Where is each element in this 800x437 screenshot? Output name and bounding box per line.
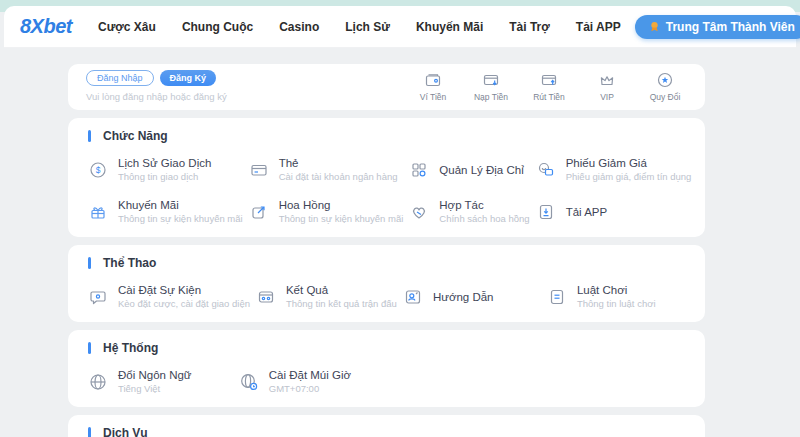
nav-item-casino[interactable]: Casino <box>279 20 319 34</box>
menu-item-subtitle: Thông tin luật chơi <box>577 298 656 309</box>
event-settings-icon <box>88 287 108 307</box>
quick-action-label: Quy Đổi <box>650 92 681 102</box>
quick-action-label: Ví Tiền <box>420 92 446 102</box>
menu-item-download-app[interactable]: Tải APP <box>536 198 692 225</box>
menu-item-subtitle: Kèo đặt cược, cài đặt giao diện <box>118 298 250 309</box>
menu-item-language[interactable]: Đổi Ngôn NgữTiếng Việt <box>88 368 233 395</box>
menu-item-subtitle: Phiếu giảm giá, điểm tín dụng <box>566 171 692 182</box>
transaction-history-icon: $ <box>88 160 108 180</box>
address-book-icon <box>409 160 429 180</box>
menu-item-subtitle: Chính sách hoa hồng <box>439 213 529 224</box>
menu-item-bank-card[interactable]: ThẻCài đặt tài khoản ngân hàng <box>249 156 404 183</box>
bank-card-icon <box>249 160 269 180</box>
nav-item-tai-tro[interactable]: Tài Trợ <box>509 20 550 34</box>
section-he-thong: Hệ Thống Đổi Ngôn NgữTiếng Việt Cài Đặt … <box>68 330 705 407</box>
section-grid: Đổi Ngôn NgữTiếng Việt Cài Đặt Múi GiờGM… <box>88 368 685 395</box>
commission-icon <box>249 202 269 222</box>
section-accent-bar <box>88 130 91 142</box>
svg-text:$: $ <box>96 165 101 175</box>
nav-item-cuoc-xau[interactable]: Cược Xâu <box>98 20 156 34</box>
menu-item-subtitle: Thông tin sự kiện khuyến mãi <box>279 213 404 224</box>
menu-item-title: Lịch Sử Giao Dịch <box>118 157 211 169</box>
login-hint-text: Vui lòng đăng nhập hoặc đăng ký <box>86 91 227 102</box>
menu-item-cooperation[interactable]: Hợp TácChính sách hoa hồng <box>409 198 529 225</box>
menu-item-promotion[interactable]: Khuyến MãiThông tin sự kiện khuyến mãi <box>88 198 243 225</box>
vip-crown-icon <box>598 71 616 89</box>
site-logo[interactable]: 8Xbet <box>20 15 72 38</box>
menu-item-title: Kết Quả <box>286 284 397 296</box>
menu-item-address[interactable]: Quản Lý Địa Chỉ <box>409 156 529 183</box>
quick-action-label: Rút Tiền <box>533 92 565 102</box>
nav-item-tai-app[interactable]: Tải APP <box>576 20 621 34</box>
member-center-button[interactable]: Trung Tâm Thành Viên <box>635 15 800 39</box>
menu-item-guide[interactable]: Hướng Dẫn <box>403 283 541 310</box>
wallet-icon <box>424 71 442 89</box>
section-title: Thể Thao <box>103 256 156 270</box>
cooperation-icon <box>409 202 429 222</box>
menu-item-title: Thẻ <box>279 157 398 169</box>
menu-item-title: Cài Đặt Sự Kiện <box>118 284 250 296</box>
menu-item-title: Quản Lý Địa Chỉ <box>439 164 523 176</box>
nav-item-lich-su[interactable]: Lịch Sử <box>345 20 390 34</box>
quick-action-exchange[interactable]: Quy Đổi <box>647 71 683 102</box>
section-title: Hệ Thống <box>103 341 158 355</box>
quick-actions: Ví Tiền Nạp Tiền Rút Tiền VIP <box>415 71 683 102</box>
nav-item-chung-cuoc[interactable]: Chung Cuộc <box>182 20 253 34</box>
menu-item-title: Phiếu Giảm Giá <box>566 157 692 169</box>
language-globe-icon <box>88 372 108 392</box>
menu-item-subtitle: Thông tin sự kiện khuyến mãi <box>118 213 243 224</box>
menu-item-title: Hợp Tác <box>439 199 529 211</box>
results-icon <box>256 287 276 307</box>
menu-item-title: Cài Đặt Múi Giờ <box>269 369 351 381</box>
menu-item-results[interactable]: Kết QuảThông tin kết quả trận đấu <box>256 283 397 310</box>
quick-action-vip[interactable]: VIP <box>589 71 625 102</box>
quick-action-wallet[interactable]: Ví Tiền <box>415 71 451 102</box>
section-accent-bar <box>88 257 91 269</box>
section-grid: $ Lịch Sử Giao DịchThông tin giao dịch T… <box>88 156 685 225</box>
account-register-button[interactable]: Đăng Ký <box>160 70 217 86</box>
menu-item-event-settings[interactable]: Cài Đặt Sự KiệnKèo đặt cược, cài đặt gia… <box>88 283 250 310</box>
menu-item-title: Khuyến Mãi <box>118 199 243 211</box>
menu-item-commission[interactable]: Hoa HồngThông tin sự kiện khuyến mãi <box>249 198 404 225</box>
member-center-label: Trung Tâm Thành Viên <box>666 20 795 34</box>
gift-icon <box>88 202 108 222</box>
medal-icon <box>648 20 661 33</box>
quick-action-deposit[interactable]: Nạp Tiền <box>473 71 509 102</box>
guide-icon <box>403 287 423 307</box>
section-title: Chức Năng <box>103 129 168 143</box>
menu-item-title: Tải APP <box>566 206 608 218</box>
section-header: Dịch Vụ <box>88 425 685 437</box>
exchange-icon <box>656 71 674 89</box>
menu-item-title: Luật Chơi <box>577 284 656 296</box>
menu-item-subtitle: Tiếng Việt <box>118 383 192 394</box>
quick-action-label: VIP <box>600 92 614 102</box>
deposit-icon <box>482 71 500 89</box>
timezone-icon <box>239 372 259 392</box>
menu-item-title: Đổi Ngôn Ngữ <box>118 369 192 381</box>
menu-item-subtitle: Thông tin kết quả trận đấu <box>286 298 397 309</box>
main-nav: Cược Xâu Chung Cuộc Casino Lịch Sử Khuyế… <box>98 20 621 34</box>
menu-item-coupon[interactable]: Phiếu Giảm GiáPhiếu giảm giá, điểm tín d… <box>536 156 692 183</box>
menu-item-title: Hướng Dẫn <box>433 291 494 303</box>
menu-item-title: Hoa Hồng <box>279 199 404 211</box>
section-header: Chức Năng <box>88 128 685 144</box>
withdraw-icon <box>540 71 558 89</box>
rules-icon <box>547 287 567 307</box>
section-header: Thể Thao <box>88 255 685 271</box>
account-login-area: Đăng Nhập Đăng Ký Vui lòng đăng nhập hoặ… <box>86 70 227 102</box>
menu-item-subtitle: GMT+07:00 <box>269 383 351 394</box>
account-login-button[interactable]: Đăng Nhập <box>86 70 154 86</box>
menu-item-subtitle: Cài đặt tài khoản ngân hàng <box>279 171 398 182</box>
section-title: Dịch Vụ <box>103 426 148 437</box>
menu-item-subtitle: Thông tin giao dịch <box>118 171 211 182</box>
menu-item-rules[interactable]: Luật ChơiThông tin luật chơi <box>547 283 685 310</box>
menu-item-timezone[interactable]: Cài Đặt Múi GiờGMT+07:00 <box>239 368 384 395</box>
member-center-content: Đăng Nhập Đăng Ký Vui lòng đăng nhập hoặ… <box>68 64 705 437</box>
account-card: Đăng Nhập Đăng Ký Vui lòng đăng nhập hoặ… <box>68 64 705 110</box>
quick-action-withdraw[interactable]: Rút Tiền <box>531 71 567 102</box>
menu-item-transaction-history[interactable]: $ Lịch Sử Giao DịchThông tin giao dịch <box>88 156 243 183</box>
coupon-icon <box>536 160 556 180</box>
nav-item-khuyen-mai[interactable]: Khuyến Mãi <box>416 20 483 34</box>
top-header: 8Xbet Cược Xâu Chung Cuộc Casino Lịch Sử… <box>4 6 796 48</box>
section-accent-bar <box>88 342 91 354</box>
